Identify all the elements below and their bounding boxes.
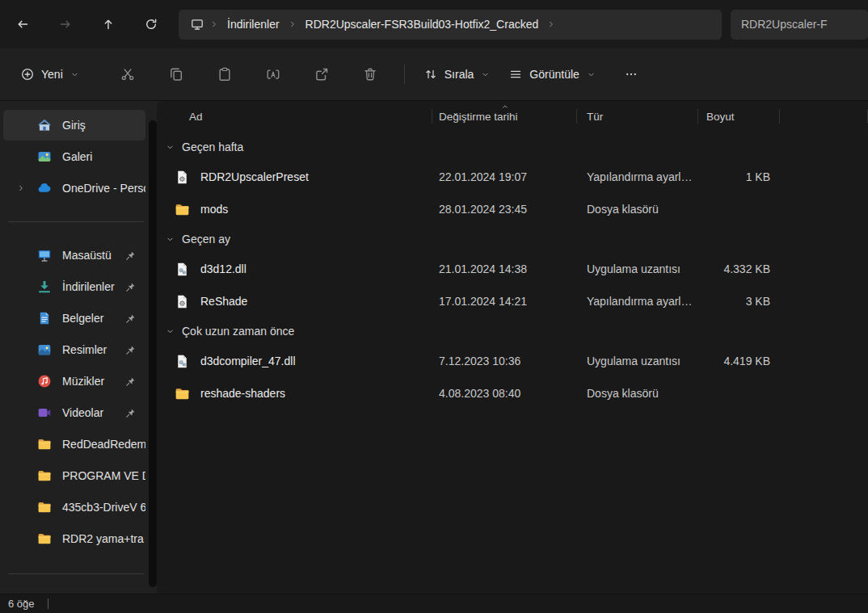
pin-icon — [125, 376, 136, 387]
sidebar-item-home[interactable]: Giriş — [3, 110, 145, 141]
folder-icon — [37, 468, 52, 483]
delete-button[interactable] — [354, 59, 386, 90]
copy-icon — [169, 67, 183, 82]
monitor-icon — [191, 18, 204, 31]
file-row[interactable]: RDR2UpscalerPreset 22.01.2024 19:07 Yapı… — [157, 161, 868, 193]
pin-icon — [125, 345, 136, 355]
sidebar-item-program-folder[interactable]: PROGRAM VE D — [3, 460, 145, 491]
column-header-size[interactable]: Boyut — [698, 101, 780, 132]
sidebar-scrollbar[interactable] — [149, 120, 157, 587]
up-button[interactable] — [96, 10, 121, 38]
paste-button[interactable] — [209, 59, 241, 90]
arrow-left-icon — [16, 18, 29, 31]
sidebar-item-downloads[interactable]: İndirilenler — [3, 271, 145, 302]
sidebar-item-435cb3-folder[interactable]: 435cb3-DriveV 6 — [3, 492, 145, 523]
chevron-right-icon[interactable] — [16, 183, 26, 193]
sidebar-item-gallery[interactable]: Galeri — [3, 141, 145, 172]
group-header-long-ago[interactable]: Çok uzun zaman önce — [157, 317, 868, 345]
view-button[interactable]: Görüntüle — [499, 59, 605, 90]
group-label: Geçen hafta — [182, 141, 243, 153]
cut-button[interactable] — [112, 59, 144, 90]
view-button-label: Görüntüle — [529, 68, 579, 81]
paste-icon — [217, 67, 232, 82]
group-header-last-week[interactable]: Geçen hafta — [157, 133, 868, 161]
search-box[interactable]: RDR2Upscaler-F — [731, 10, 868, 40]
file-row[interactable]: d3d12.dll 21.01.2024 14:38 Uygulama uzan… — [157, 253, 868, 285]
file-row[interactable]: mods 28.01.2024 23:45 Dosya klasörü — [157, 193, 868, 225]
view-list-icon — [509, 68, 522, 81]
chevron-down-icon[interactable] — [166, 143, 175, 152]
sidebar-item-rdr2-folder[interactable]: RDR2 yama+tra — [3, 523, 145, 554]
refresh-icon — [145, 18, 158, 31]
file-size: 3 KB — [698, 295, 780, 308]
main-area: Giriş Galeri OneDrive - Perso Masaüstü İ… — [0, 101, 868, 594]
copy-button[interactable] — [160, 59, 192, 90]
onedrive-cloud-icon — [37, 181, 52, 195]
sidebar-item-label: Giriş — [62, 119, 145, 132]
file-name: d3d12.dll — [200, 262, 246, 275]
file-date: 28.01.2024 23:45 — [432, 203, 577, 216]
chevron-down-icon[interactable] — [166, 235, 175, 244]
file-date: 22.01.2024 19:07 — [432, 170, 577, 183]
status-bar: 6 öğe — [0, 594, 868, 613]
sidebar-item-onedrive[interactable]: OneDrive - Perso — [3, 173, 145, 204]
new-button[interactable]: Yeni — [11, 59, 89, 90]
file-size: 4.419 KB — [698, 355, 780, 367]
file-type: Dosya klasörü — [577, 387, 698, 400]
sort-button[interactable]: Sırala — [415, 59, 500, 90]
sidebar-item-pictures[interactable]: Resimler — [3, 334, 145, 365]
share-icon — [314, 67, 329, 82]
address-bar[interactable]: İndirilenler RDR2Upscaler-FSR3Build03-Ho… — [179, 10, 722, 40]
chevron-right-icon[interactable] — [546, 19, 556, 29]
sidebar-item-label: RedDeadRedem — [62, 438, 145, 451]
gallery-icon — [37, 149, 52, 164]
column-header-name[interactable]: Ad — [157, 101, 432, 132]
file-row[interactable]: ReShade 17.01.2024 14:21 Yapılandırma ay… — [157, 285, 868, 317]
file-row[interactable]: reshade-shaders 4.08.2023 08:40 Dosya kl… — [157, 377, 868, 409]
chevron-down-icon — [587, 70, 596, 79]
chevron-right-icon[interactable] — [288, 19, 297, 29]
file-date: 7.12.2023 10:36 — [432, 355, 577, 367]
file-type: Uygulama uzantısı — [577, 262, 698, 275]
share-button[interactable] — [305, 59, 338, 90]
rename-button[interactable] — [257, 59, 289, 90]
file-type: Yapılandırma ayarl… — [577, 295, 698, 308]
downloads-icon — [37, 279, 52, 294]
column-header-type[interactable]: Tür — [577, 101, 698, 132]
group-header-last-month[interactable]: Geçen ay — [157, 225, 868, 253]
more-button[interactable] — [615, 59, 647, 90]
sidebar-item-videos[interactable]: Videolar — [3, 397, 145, 428]
item-count: 6 öğe — [8, 598, 35, 610]
column-header-date[interactable]: Değiştirme tarihi — [432, 101, 577, 132]
sidebar-item-desktop[interactable]: Masaüstü — [3, 240, 145, 271]
pin-icon — [125, 313, 136, 324]
home-icon — [37, 118, 52, 132]
sidebar-item-music[interactable]: Müzikler — [3, 366, 145, 397]
file-explorer-window: İndirilenler RDR2Upscaler-FSR3Build03-Ho… — [0, 0, 868, 613]
sort-icon — [424, 68, 437, 81]
file-size: 1 KB — [698, 170, 780, 183]
sidebar-item-documents[interactable]: Belgeler — [3, 303, 145, 334]
command-toolbar: Yeni Sırala Görüntüle — [0, 48, 868, 101]
status-divider — [48, 598, 48, 609]
group-label: Çok uzun zaman önce — [182, 325, 294, 338]
forward-button[interactable] — [53, 10, 78, 38]
folder-icon — [175, 202, 190, 217]
pin-icon — [125, 408, 136, 418]
trash-icon — [363, 67, 377, 82]
file-row[interactable]: d3dcompiler_47.dll 7.12.2023 10:36 Uygul… — [157, 345, 868, 377]
chevron-right-icon[interactable] — [209, 19, 219, 29]
breadcrumb-item-downloads[interactable]: İndirilenler — [221, 15, 286, 34]
refresh-button[interactable] — [138, 10, 163, 38]
sidebar-divider — [8, 221, 144, 222]
back-button[interactable] — [11, 10, 36, 38]
file-type: Yapılandırma ayarl… — [577, 170, 698, 183]
breadcrumb-item-current-folder[interactable]: RDR2Upscaler-FSR3Build03-Hotfix2_Cracked — [299, 15, 546, 34]
pin-icon — [125, 282, 136, 292]
sidebar-item-label: RDR2 yama+tra — [62, 532, 145, 545]
chevron-down-icon[interactable] — [166, 327, 175, 336]
sidebar-item-label: Galeri — [62, 150, 145, 163]
pin-icon — [125, 250, 136, 261]
sidebar-item-reddead-folder[interactable]: RedDeadRedem — [3, 429, 145, 460]
dll-file-icon — [175, 262, 190, 277]
